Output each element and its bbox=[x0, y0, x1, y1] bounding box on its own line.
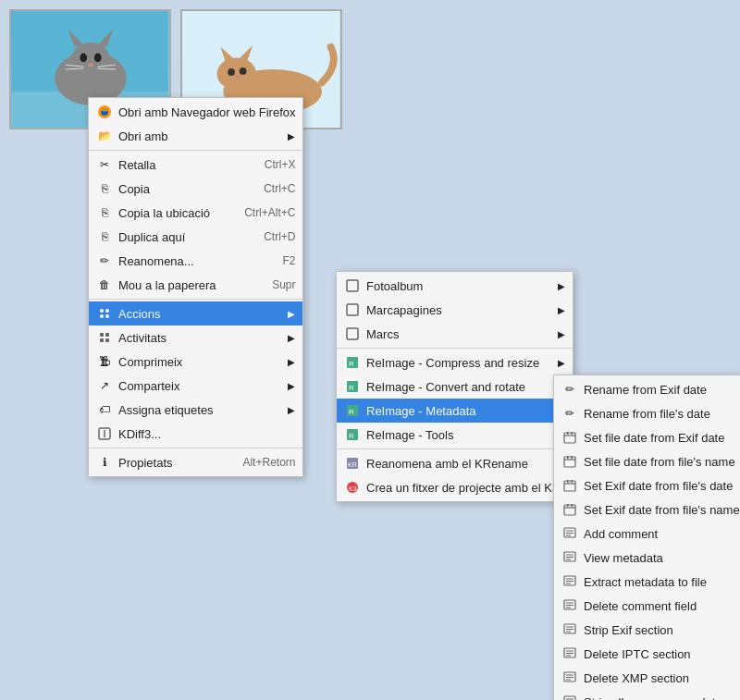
menu-item-extract-metadata[interactable]: Extract metadata to file bbox=[554, 570, 740, 594]
submenu-arrow-accions: ▶ bbox=[288, 309, 295, 319]
submenu-arrow-comprimeix: ▶ bbox=[288, 357, 295, 367]
menu-item-accions-label: Accions bbox=[118, 307, 280, 321]
menu-item-kdiff[interactable]: KDiff3... bbox=[89, 422, 302, 446]
menu-item-set-date-exif-label: Set file date from Exif date bbox=[584, 431, 740, 445]
menu-item-strip-unnecessary[interactable]: Strip all unnecessary data bbox=[554, 690, 740, 700]
metadata-view-icon bbox=[561, 549, 578, 566]
menu-item-comprimeix[interactable]: 🗜 Comprimeix ▶ bbox=[89, 350, 302, 374]
share-icon: ↗ bbox=[96, 377, 113, 394]
reimage-convert-icon: R bbox=[344, 378, 361, 395]
accions-submenu: Fotoalbum ▶ Marcapagines ▶ Marcs ▶ R ReI… bbox=[336, 271, 574, 502]
menu-item-propietats[interactable]: ℹ Propietats Alt+Retorn bbox=[89, 450, 302, 474]
menu-item-marcs-label: Marcs bbox=[366, 327, 550, 341]
menu-item-propietats-shortcut: Alt+Retorn bbox=[242, 456, 295, 469]
svg-text:R: R bbox=[349, 360, 354, 368]
svg-text:R: R bbox=[349, 384, 354, 392]
menu-item-rename-file[interactable]: ✏ Rename from file's date bbox=[554, 401, 740, 425]
svg-rect-62 bbox=[564, 505, 575, 515]
menu-item-copia-ubicacio[interactable]: ⎘ Copia la ubicació Ctrl+Alt+C bbox=[89, 201, 302, 225]
menu-item-strip-exif[interactable]: Strip Exif section bbox=[554, 618, 740, 642]
tag-icon: 🏷 bbox=[96, 401, 113, 418]
copy-link-icon: ⎘ bbox=[96, 204, 113, 221]
trash-icon: 🗑 bbox=[96, 276, 113, 293]
menu-item-add-comment-label: Add comment bbox=[584, 527, 740, 541]
svg-point-8 bbox=[88, 63, 93, 67]
accions-sep-1 bbox=[337, 348, 573, 349]
calendar-exif-icon bbox=[561, 429, 578, 446]
metadata-delete-comment-icon bbox=[561, 597, 578, 614]
reimage-metadata-icon: R bbox=[344, 402, 361, 419]
menu-item-set-date-file-label: Set file date from file's name bbox=[584, 455, 740, 469]
menu-item-set-date-exif[interactable]: Set file date from Exif date bbox=[554, 425, 740, 449]
main-context-menu: Obri amb Navegador web Firefox 📂 Obri am… bbox=[88, 97, 303, 477]
menu-item-reimage-convert[interactable]: R ReImage - Convert and rotate ▶ bbox=[337, 375, 573, 399]
reimage-metadata-submenu: ✏ Rename from Exif date ✏ Rename from fi… bbox=[553, 375, 740, 700]
menu-item-retalla[interactable]: ✂ Retalla Ctrl+X bbox=[89, 153, 302, 177]
accions-sep-2 bbox=[337, 448, 573, 449]
menu-item-set-date-file[interactable]: Set file date from file's name bbox=[554, 449, 740, 473]
menu-item-rename-exif[interactable]: ✏ Rename from Exif date bbox=[554, 377, 740, 401]
menu-item-mou-paperera[interactable]: 🗑 Mou a la paperera Supr bbox=[89, 273, 302, 297]
checkbox-marcs-icon bbox=[344, 325, 361, 342]
svg-text:KR: KR bbox=[348, 461, 357, 468]
rename-exif-icon: ✏ bbox=[561, 381, 578, 398]
menu-item-k3b[interactable]: K3 Crea un fitxer de projecte amb el K3b bbox=[337, 475, 573, 499]
svg-rect-58 bbox=[564, 481, 575, 491]
menu-item-comparteix[interactable]: ↗ Comparteix ▶ bbox=[89, 374, 302, 398]
svg-rect-57 bbox=[572, 456, 574, 459]
submenu-arrow-comparteix: ▶ bbox=[288, 381, 295, 391]
svg-rect-60 bbox=[567, 480, 569, 483]
svg-point-18 bbox=[228, 68, 235, 76]
checkbox-marcapagines-icon bbox=[344, 301, 361, 318]
menu-item-activitats-label: Activitats bbox=[118, 331, 280, 345]
menu-item-reimage-compress[interactable]: R ReImage - Compress and resize ▶ bbox=[337, 350, 573, 375]
menu-item-reimage-tools[interactable]: R ReImage - Tools bbox=[337, 423, 573, 447]
submenu-arrow-marcapagines: ▶ bbox=[558, 305, 565, 315]
menu-item-accions[interactable]: Accions ▶ bbox=[89, 301, 302, 325]
submenu-arrow: ▶ bbox=[288, 131, 295, 141]
menu-item-delete-xmp[interactable]: Delete XMP section bbox=[554, 666, 740, 690]
menu-item-krename[interactable]: KR Reanomena amb el KRename bbox=[337, 451, 573, 475]
menu-item-assigna-etiquetes[interactable]: 🏷 Assigna etiquetes ▶ bbox=[89, 398, 302, 422]
menu-item-reanomena[interactable]: ✏ Reanomena... F2 bbox=[89, 249, 302, 273]
menu-item-delete-iptc[interactable]: Delete IPTC section bbox=[554, 642, 740, 666]
svg-point-28 bbox=[105, 314, 109, 318]
menu-item-view-metadata[interactable]: View metadata bbox=[554, 546, 740, 570]
menu-item-duplica[interactable]: ⎘ Duplica aquí Ctrl+D bbox=[89, 225, 302, 249]
menu-item-view-metadata-label: View metadata bbox=[584, 551, 740, 565]
menu-item-delete-xmp-label: Delete XMP section bbox=[584, 671, 740, 685]
menu-item-set-exif-date-label: Set Exif date from file's date bbox=[584, 479, 740, 493]
menu-item-activitats[interactable]: Activitats ▶ bbox=[89, 325, 302, 350]
kdiff-icon bbox=[96, 425, 113, 442]
submenu-arrow-marcs: ▶ bbox=[558, 329, 565, 339]
menu-item-set-exif-date[interactable]: Set Exif date from file's date bbox=[554, 473, 740, 497]
menu-item-retalla-label: Retalla bbox=[118, 158, 246, 172]
svg-rect-61 bbox=[572, 480, 574, 483]
menu-item-reimage-convert-label: ReImage - Convert and rotate bbox=[366, 380, 550, 394]
menu-item-marcapagines[interactable]: Marcapagines ▶ bbox=[337, 298, 573, 322]
menu-item-obri-amb[interactable]: 📂 Obri amb ▶ bbox=[89, 124, 302, 148]
menu-item-marcs[interactable]: Marcs ▶ bbox=[337, 322, 573, 346]
svg-rect-56 bbox=[567, 456, 569, 459]
menu-item-duplica-label: Duplica aquí bbox=[118, 230, 245, 244]
copy-icon: ⎘ bbox=[96, 180, 113, 197]
rename-icon: ✏ bbox=[96, 252, 113, 269]
menu-item-k3b-label: Crea un fitxer de projecte amb el K3b bbox=[366, 481, 565, 495]
svg-rect-29 bbox=[100, 333, 104, 337]
menu-item-copia[interactable]: ⎘ Copia Ctrl+C bbox=[89, 177, 302, 201]
compress-icon: 🗜 bbox=[96, 353, 113, 370]
menu-item-fotoalbum[interactable]: Fotoalbum ▶ bbox=[337, 274, 573, 298]
menu-item-firefox[interactable]: Obri amb Navegador web Firefox bbox=[89, 100, 302, 124]
menu-item-copia-shortcut: Ctrl+C bbox=[264, 182, 295, 195]
k3b-icon: K3 bbox=[344, 479, 361, 496]
reimage-tools-icon: R bbox=[344, 426, 361, 443]
menu-item-delete-iptc-label: Delete IPTC section bbox=[584, 647, 740, 661]
svg-rect-30 bbox=[105, 333, 109, 337]
menu-item-mou-paperera-label: Mou a la paperera bbox=[118, 278, 253, 292]
svg-point-7 bbox=[94, 54, 102, 63]
menu-item-set-exif-name[interactable]: Set Exif date from file's name bbox=[554, 497, 740, 522]
menu-item-reimage-metadata[interactable]: R ReImage - Metadata ▶ bbox=[337, 399, 573, 423]
metadata-strip-all-icon bbox=[561, 694, 578, 700]
menu-item-add-comment[interactable]: Add comment bbox=[554, 522, 740, 546]
menu-item-delete-comment[interactable]: Delete comment field bbox=[554, 594, 740, 618]
